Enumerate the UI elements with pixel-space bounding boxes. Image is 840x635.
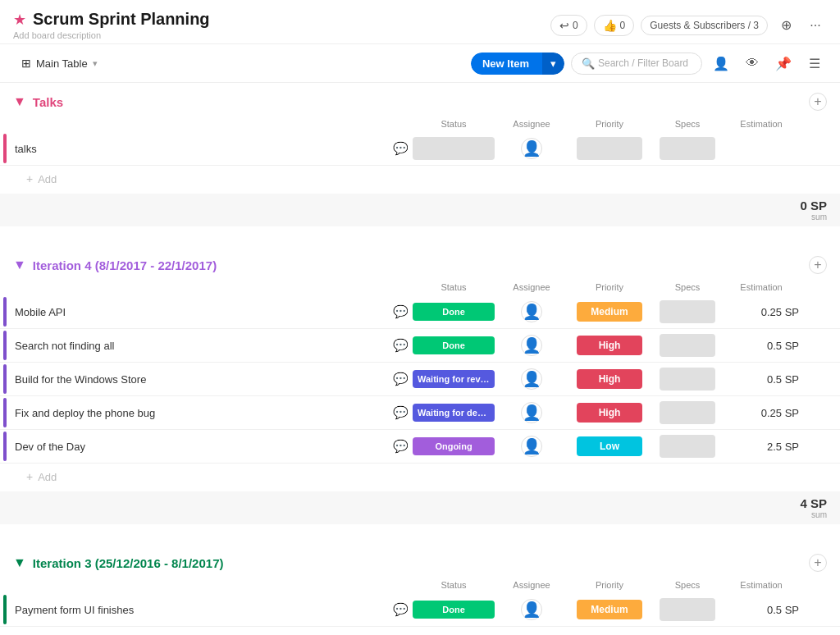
table-row: talks 💬 👤 <box>0 132 840 166</box>
col-header-0 <box>26 578 409 592</box>
col-header-4: Specs <box>655 578 720 592</box>
estimation-cell: 0.5 SP <box>720 604 802 616</box>
col-header-0 <box>26 117 409 130</box>
specs-cell[interactable] <box>660 368 715 391</box>
estimation-cell: 0.25 SP <box>720 407 802 419</box>
section-chevron-iteration3[interactable]: ▼ <box>13 555 26 570</box>
add-user-button[interactable]: ⊕ <box>774 14 797 37</box>
section-add-button-iteration3[interactable]: + <box>809 554 827 572</box>
assignee-avatar[interactable]: 👤 <box>521 335 542 356</box>
table-dropdown-icon: ▾ <box>93 58 98 69</box>
col-header-2: Assignee <box>499 281 564 294</box>
col-header-5: Estimation <box>720 578 802 592</box>
priority-badge[interactable]: High <box>577 369 642 389</box>
search-box[interactable]: 🔍 Search / Filter Board <box>571 53 702 75</box>
priority-empty[interactable] <box>577 137 642 160</box>
row-name: talks <box>11 136 388 162</box>
assignee-avatar[interactable]: 👤 <box>521 402 542 423</box>
priority-badge[interactable]: Medium <box>577 600 642 619</box>
priority-badge[interactable]: Low <box>577 436 642 456</box>
add-label: Add <box>38 173 57 185</box>
table-row: Search not finding all 💬 Done👤High0.5 SP <box>0 329 840 363</box>
comment-icon[interactable]: 💬 <box>393 405 409 420</box>
col-header-2: Assignee <box>499 117 564 130</box>
person-icon[interactable]: 👤 <box>709 51 733 75</box>
status-badge[interactable]: Ongoing <box>413 437 495 455</box>
table-row: Mobile API 💬 Done👤Medium0.25 SP <box>0 295 840 329</box>
content-area: ▼ Talks + StatusAssigneePrioritySpecsEst… <box>0 83 840 628</box>
status-badge[interactable]: Done <box>413 303 495 321</box>
assignee-avatar[interactable]: 👤 <box>521 599 542 620</box>
comment-icon[interactable]: 💬 <box>393 372 409 386</box>
priority-badge[interactable]: High <box>577 403 642 423</box>
assignee-avatar[interactable]: 👤 <box>521 138 542 159</box>
comment-icon[interactable]: 💬 <box>393 304 409 319</box>
sum-label: sum <box>811 212 827 222</box>
new-item-dropdown-button[interactable]: ▾ <box>542 53 564 75</box>
section-chevron-iteration4[interactable]: ▼ <box>13 258 26 272</box>
search-icon: 🔍 <box>582 57 595 70</box>
col-headers-iteration3: StatusAssigneePrioritySpecsEstimation <box>0 578 840 593</box>
guests-pill[interactable]: Guests & Subscribers / 3 <box>641 16 768 35</box>
filter-icon[interactable]: ☰ <box>802 51 827 75</box>
status-badge[interactable]: Waiting for review <box>413 370 495 388</box>
status-badge[interactable]: Waiting for deployme... <box>413 404 495 422</box>
row-accent <box>3 595 7 624</box>
board-subtitle[interactable]: Add board description <box>13 30 210 40</box>
add-row-iteration4[interactable]: +Add <box>0 464 840 490</box>
main-table-button[interactable]: ⊞ Main Table ▾ <box>13 53 106 74</box>
row-name: Payment form UI finishes <box>11 597 388 623</box>
reactions-count: 0 <box>573 20 578 31</box>
header-actions: ↩ 0 👍 0 Guests & Subscribers / 3 ⊕ ··· <box>550 14 827 37</box>
priority-badge[interactable]: High <box>577 336 642 355</box>
new-item-button[interactable]: New Item <box>471 53 542 75</box>
specs-cell[interactable] <box>660 300 715 323</box>
likes-pill[interactable]: 👍 0 <box>594 15 635 36</box>
row-name: Mobile API <box>11 299 388 325</box>
col-header-5: Estimation <box>720 281 802 294</box>
section-add-button-iteration4[interactable]: + <box>809 256 827 274</box>
sum-row-talks: 0 SP sum <box>0 194 840 226</box>
toolbar-right: New Item ▾ 🔍 Search / Filter Board 👤 👁 📌… <box>471 51 827 75</box>
reactions-pill[interactable]: ↩ 0 <box>550 15 587 36</box>
specs-cell[interactable] <box>660 137 715 160</box>
comment-icon[interactable]: 💬 <box>393 602 409 617</box>
top-header: ★ Scrum Sprint Planning Add board descri… <box>0 0 840 44</box>
specs-cell[interactable] <box>660 334 715 357</box>
status-badge[interactable]: Done <box>413 601 495 619</box>
row-name: Search not finding all <box>11 333 388 359</box>
comment-icon[interactable]: 💬 <box>393 141 409 156</box>
row-name: Build for the Windows Store <box>11 367 388 392</box>
comment-icon[interactable]: 💬 <box>393 338 409 353</box>
col-header-6 <box>802 117 827 130</box>
status-badge[interactable]: Done <box>413 336 495 354</box>
sum-block: 4 SP sum <box>745 496 827 519</box>
assignee-avatar[interactable]: 👤 <box>521 301 542 322</box>
more-options-button[interactable]: ··· <box>804 14 827 37</box>
section-title-iteration4: Iteration 4 (8/1/2017 - 22/1/2017) <box>33 258 217 272</box>
section-add-button-talks[interactable]: + <box>809 93 827 111</box>
assignee-avatar[interactable]: 👤 <box>521 368 542 390</box>
status-empty[interactable] <box>413 137 495 160</box>
add-row-talks[interactable]: +Add <box>0 166 840 192</box>
specs-cell[interactable] <box>660 598 715 621</box>
section-talks: ▼ Talks + StatusAssigneePrioritySpecsEst… <box>0 83 840 240</box>
col-header-4: Specs <box>655 281 720 294</box>
estimation-cell: 0.25 SP <box>720 306 802 318</box>
assignee-avatar[interactable]: 👤 <box>521 436 542 457</box>
comment-icon[interactable]: 💬 <box>393 439 409 454</box>
col-header-0 <box>26 281 409 294</box>
priority-badge[interactable]: Medium <box>577 302 642 322</box>
specs-cell[interactable] <box>660 401 715 424</box>
sum-label: sum <box>811 510 827 519</box>
row-accent <box>3 134 7 163</box>
col-header-4: Specs <box>655 117 720 130</box>
eye-icon[interactable]: 👁 <box>740 51 765 75</box>
section-chevron-talks[interactable]: ▼ <box>13 94 26 109</box>
table-icon: ⊞ <box>21 57 31 70</box>
col-header-3: Priority <box>564 578 655 592</box>
table-row: Payment form UI finishes 💬 Done👤Medium0.… <box>0 593 840 627</box>
share-icon: ★ <box>13 11 26 29</box>
pin-icon[interactable]: 📌 <box>771 51 796 75</box>
specs-cell[interactable] <box>660 435 715 458</box>
